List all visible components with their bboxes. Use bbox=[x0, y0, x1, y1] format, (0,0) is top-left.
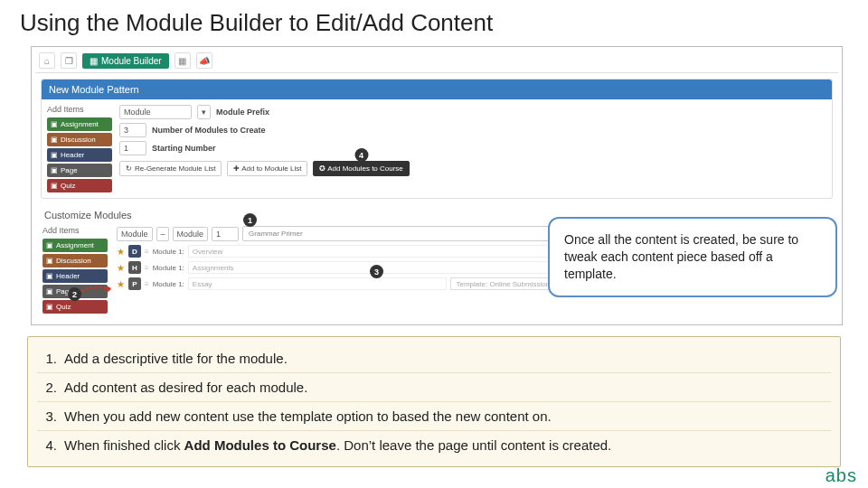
star-icon[interactable]: ★ bbox=[117, 247, 125, 257]
regen-button[interactable]: ↻Re-Generate Module List bbox=[119, 161, 222, 176]
brand-text: abs bbox=[826, 465, 857, 486]
badge-4: 4 bbox=[354, 148, 368, 162]
side-page[interactable]: ▣Page bbox=[47, 164, 112, 177]
row-mod: Module 1: bbox=[153, 280, 184, 288]
badge-2: 2 bbox=[68, 287, 81, 301]
dash: – bbox=[156, 227, 169, 241]
drag-icon[interactable]: ≡ bbox=[145, 264, 149, 272]
row-template-3[interactable]: Template: Online Submission bbox=[450, 277, 555, 290]
arrow-2-icon bbox=[77, 280, 122, 307]
badge-1: 1 bbox=[243, 213, 257, 227]
side-quiz[interactable]: ▣Quiz bbox=[47, 179, 112, 192]
type-chip-h: H bbox=[128, 261, 141, 274]
tab-module-builder[interactable]: ▦ Module Builder bbox=[82, 53, 169, 69]
slide-title: Using the Module Builder to Edit/Add Con… bbox=[0, 0, 868, 44]
start-input[interactable]: 1 bbox=[119, 141, 146, 155]
action-buttons: ↻Re-Generate Module List ✚ Add to Module… bbox=[119, 161, 826, 176]
row-mod: Module 1: bbox=[153, 264, 184, 272]
calendar-icon[interactable]: ▦ bbox=[175, 52, 191, 69]
start-label: Starting Number bbox=[152, 144, 216, 153]
side2-assignment[interactable]: ▣Assignment bbox=[42, 239, 108, 252]
mod-label-1[interactable]: Module bbox=[117, 227, 153, 241]
add-items-list: Add Items ▣Assignment ▣Discussion ▣Heade… bbox=[47, 105, 112, 192]
side2-discussion[interactable]: ▣Discussion bbox=[42, 254, 108, 267]
panel-header: New Module Pattern bbox=[42, 80, 832, 99]
copy-icon[interactable]: ❐ bbox=[61, 52, 77, 69]
mod-label-2[interactable]: Module bbox=[173, 227, 209, 241]
steps-box: 1.Add a descriptive title for the module… bbox=[27, 336, 841, 467]
side-discussion[interactable]: ▣Discussion bbox=[47, 133, 112, 146]
drag-icon[interactable]: ≡ bbox=[145, 280, 149, 288]
mod-num[interactable]: 1 bbox=[212, 227, 239, 241]
add-items-label-2: Add Items bbox=[42, 226, 108, 235]
svg-marker-0 bbox=[106, 285, 111, 293]
step-1: 1.Add a descriptive title for the module… bbox=[37, 344, 831, 373]
badge-3: 3 bbox=[370, 265, 383, 278]
row-mod: Module 1: bbox=[153, 248, 184, 256]
side-header[interactable]: ▣Header bbox=[47, 148, 112, 162]
step-2: 2.Add content as desired for each module… bbox=[37, 373, 831, 402]
drag-icon[interactable]: ≡ bbox=[145, 248, 149, 256]
add-course-button[interactable]: ✪ Add Modules to Course bbox=[313, 161, 409, 176]
announce-icon[interactable]: 📣 bbox=[196, 52, 212, 69]
add-items-label: Add Items bbox=[47, 105, 112, 114]
tab-label: Module Builder bbox=[101, 56, 162, 66]
prefix-input[interactable]: Module bbox=[119, 105, 192, 119]
prefix-label: Module Prefix bbox=[216, 108, 269, 117]
count-input[interactable]: 3 bbox=[119, 123, 146, 137]
side-assignment[interactable]: ▣Assignment bbox=[47, 117, 112, 131]
new-module-panel: New Module Pattern Add Items ▣Assignment… bbox=[41, 79, 833, 199]
grid-icon: ▦ bbox=[90, 56, 98, 66]
step-4: 4.When finished click Add Modules to Cou… bbox=[37, 431, 831, 459]
prefix-dropdown[interactable]: ▾ bbox=[197, 105, 211, 119]
tab-bar: ⌂ ❐ ▦ Module Builder ▦ 📣 bbox=[35, 51, 838, 73]
row-name-3[interactable]: Essay bbox=[188, 277, 448, 290]
count-label: Number of Modules to Create bbox=[152, 126, 266, 135]
form-rows: Module ▾ Module Prefix 3 Number of Modul… bbox=[119, 105, 826, 192]
type-chip-d: D bbox=[128, 245, 141, 258]
star-icon[interactable]: ★ bbox=[117, 263, 125, 273]
home-icon[interactable]: ⌂ bbox=[39, 52, 55, 69]
callout-tip: Once all the content is created, be sure… bbox=[548, 217, 837, 297]
step-3: 3.When you add new content use the templ… bbox=[37, 402, 831, 431]
type-chip-p: P bbox=[128, 277, 141, 290]
add-list-button[interactable]: ✚ Add to Module List bbox=[227, 161, 307, 176]
